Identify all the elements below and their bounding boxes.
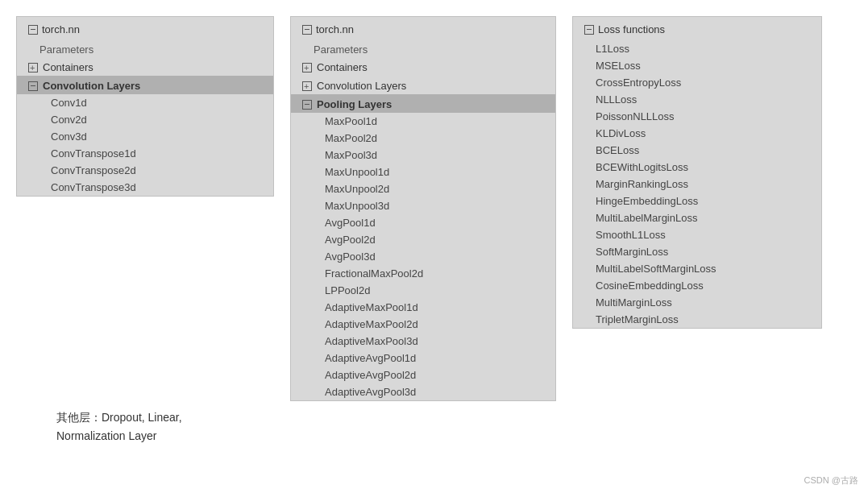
bottom-text-line2: Normalization Layer: [56, 427, 182, 445]
collapse-icon-3[interactable]: [584, 25, 594, 35]
collapse-icon-pool[interactable]: [302, 100, 312, 110]
list-item[interactable]: Conv1d: [17, 94, 273, 111]
list-item[interactable]: BCEWithLogitsLoss: [573, 159, 821, 176]
parameters-row-1[interactable]: Parameters: [17, 40, 273, 57]
convolution-children-1: Conv1d Conv2d Conv3d ConvTranspose1d Con…: [17, 94, 273, 196]
panel-torchnn-1: torch.nn Parameters Containers Convoluti…: [16, 16, 274, 197]
list-item[interactable]: MSELoss: [573, 57, 821, 74]
list-item[interactable]: L1Loss: [573, 40, 821, 57]
list-item[interactable]: MaxUnpool3d: [291, 197, 555, 214]
list-item[interactable]: MarginRankingLoss: [573, 176, 821, 193]
list-item[interactable]: AdaptiveAvgPool2d: [291, 367, 555, 383]
list-item[interactable]: CrossEntropyLoss: [573, 74, 821, 91]
list-item[interactable]: MaxPool3d: [291, 147, 555, 164]
list-item[interactable]: MaxUnpool1d: [291, 164, 555, 180]
pooling-children: MaxPool1d MaxPool2d MaxPool3d MaxUnpool1…: [291, 113, 555, 400]
containers-section-2[interactable]: Containers: [291, 57, 555, 76]
containers-section-1[interactable]: Containers: [17, 57, 273, 76]
convolution-section-1[interactable]: Convolution Layers: [17, 76, 273, 94]
convolution-section-2[interactable]: Convolution Layers: [291, 76, 555, 94]
list-item[interactable]: CosineEmbeddingLoss: [573, 277, 821, 294]
expand-icon-conv-2[interactable]: [302, 81, 312, 91]
pooling-section[interactable]: Pooling Layers: [291, 94, 555, 113]
list-item[interactable]: MaxUnpool2d: [291, 180, 555, 197]
panel1-title: torch.nn: [17, 17, 273, 40]
list-item[interactable]: FractionalMaxPool2d: [291, 265, 555, 282]
list-item[interactable]: ConvTranspose2d: [17, 162, 273, 179]
panel1-title-text: torch.nn: [42, 23, 80, 35]
list-item[interactable]: Conv2d: [17, 111, 273, 128]
list-item[interactable]: AvgPool3d: [291, 248, 555, 265]
list-item[interactable]: NLLLoss: [573, 91, 821, 108]
list-item[interactable]: AdaptiveAvgPool3d: [291, 383, 555, 400]
collapse-icon-1[interactable]: [28, 25, 38, 35]
list-item[interactable]: AdaptiveAvgPool1d: [291, 350, 555, 367]
list-item[interactable]: HingeEmbeddingLoss: [573, 193, 821, 209]
panel-loss-functions: Loss functions L1Loss MSELoss CrossEntro…: [572, 16, 822, 329]
list-item[interactable]: MultiLabelMarginLoss: [573, 209, 821, 226]
panel3-title: Loss functions: [573, 17, 821, 40]
list-item[interactable]: PoissonNLLLoss: [573, 108, 821, 125]
list-item[interactable]: MultiLabelSoftMarginLoss: [573, 260, 821, 277]
list-item[interactable]: ConvTranspose3d: [17, 179, 273, 196]
list-item[interactable]: SmoothL1Loss: [573, 226, 821, 243]
watermark: CSDN @古路: [804, 474, 858, 487]
panel2-title-text: torch.nn: [316, 23, 354, 35]
list-item[interactable]: Conv3d: [17, 128, 273, 145]
list-item[interactable]: TripletMarginLoss: [573, 311, 821, 328]
list-item[interactable]: AvgPool1d: [291, 214, 555, 231]
list-item[interactable]: AdaptiveMaxPool1d: [291, 299, 555, 316]
list-item[interactable]: KLDivLoss: [573, 125, 821, 142]
collapse-icon-2[interactable]: [302, 25, 312, 35]
list-item[interactable]: MultiMarginLoss: [573, 294, 821, 311]
list-item[interactable]: MaxPool2d: [291, 130, 555, 147]
list-item[interactable]: BCELoss: [573, 142, 821, 159]
list-item[interactable]: AdaptiveMaxPool2d: [291, 316, 555, 333]
list-item[interactable]: AdaptiveMaxPool3d: [291, 333, 555, 350]
list-item[interactable]: AvgPool2d: [291, 231, 555, 248]
bottom-text-line1: 其他层：Dropout, Linear,: [56, 408, 182, 426]
list-item[interactable]: LPPool2d: [291, 282, 555, 299]
panel3-title-text: Loss functions: [598, 23, 665, 35]
list-item[interactable]: SoftMarginLoss: [573, 243, 821, 260]
panel2-title: torch.nn: [291, 17, 555, 40]
expand-icon-containers-2[interactable]: [302, 63, 312, 72]
panel-torchnn-2: torch.nn Parameters Containers Convoluti…: [290, 16, 556, 401]
list-item[interactable]: MaxPool1d: [291, 113, 555, 130]
parameters-row-2[interactable]: Parameters: [291, 40, 555, 57]
collapse-icon-conv-1[interactable]: [28, 81, 38, 91]
bottom-note: 其他层：Dropout, Linear, Normalization Layer: [56, 408, 182, 445]
expand-icon-containers-1[interactable]: [28, 63, 38, 72]
list-item[interactable]: ConvTranspose1d: [17, 145, 273, 162]
